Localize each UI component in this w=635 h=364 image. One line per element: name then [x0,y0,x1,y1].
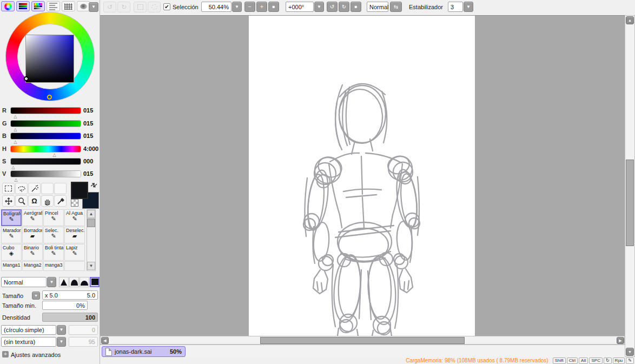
canvas-viewport[interactable] [100,15,625,336]
saturation-value-square[interactable] [25,35,74,83]
zoom-out-button[interactable]: − [244,2,255,12]
brush-aerografo[interactable]: Aerógraf✎ [22,209,43,226]
rotate-view-tool[interactable]: Ω [28,195,41,207]
invert-selection-button[interactable] [148,2,161,12]
scroll-down-button[interactable]: ▼ [626,348,634,356]
b-slider[interactable]: △ [10,133,81,140]
palette-grid-view-button[interactable] [62,1,75,11]
brush-binario[interactable]: Binario✎ [22,244,43,261]
magic-wand-tool[interactable] [28,183,41,194]
expand-plus-icon[interactable]: + [2,351,9,358]
vscrollbar-thumb[interactable] [626,160,634,246]
swatches-view-button[interactable] [47,1,60,11]
hscrollbar-thumb[interactable] [260,337,465,344]
zoom-reset-button[interactable]: ■ [268,2,279,12]
alt-key-button[interactable]: Alt [579,358,588,364]
stabilizer-value-box[interactable]: 3 [448,2,463,12]
hand-tool[interactable] [41,195,54,207]
foreground-color-swatch[interactable] [71,182,88,199]
zoom-in-button[interactable]: + [256,2,267,12]
brush-pincel[interactable]: Pincel✎ [43,209,64,226]
brush-empty-slot[interactable] [64,261,85,271]
slider-marker[interactable]: △ [14,127,17,132]
scrollbar-thumb[interactable] [87,219,95,227]
scroll-up-button[interactable]: ▲ [87,210,95,218]
texture-select[interactable]: (sin textura) [1,337,56,347]
brush-borrador[interactable]: Borrador▰ [22,227,43,243]
shift-key-button[interactable]: Shift [553,358,566,364]
rect-select-tool[interactable] [2,183,15,194]
toolbar-menu-dropdown[interactable]: ▼ [89,2,98,12]
zoom-tool[interactable] [15,195,28,207]
color-wheel-view-button[interactable] [1,1,15,11]
brush-manga3[interactable]: manga3 [43,261,64,271]
zoom-dropdown[interactable]: ▼ [232,2,242,12]
slider-marker[interactable]: △ [14,140,17,144]
space-key-button[interactable]: SPC [589,358,602,364]
rpu-toggle-button[interactable]: Rpu [613,358,625,364]
slider-marker[interactable]: △ [14,177,17,182]
size-value-box[interactable]: x 5.0 5.0 [42,290,98,300]
brush-shape-select[interactable]: (círculo simple) [1,325,56,335]
r-slider[interactable]: △ [10,107,81,114]
flip-horizontal-button[interactable]: ⇆ [390,2,402,12]
size-unit-dropdown[interactable]: ▼ [32,292,40,300]
hsv-sliders-view-button[interactable] [31,1,45,11]
rotate-ccw-button[interactable]: ↺ [327,2,338,12]
brush-shape-dropdown[interactable]: ▼ [57,325,66,335]
scroll-down-button[interactable]: ▼ [87,262,95,270]
selection-checkbox[interactable]: ✔ [163,3,170,10]
brush-cubo[interactable]: Cubo◈ [1,244,22,261]
swap-colors-icon[interactable] [90,181,98,189]
v-slider[interactable]: △ [10,170,81,177]
rgb-sliders-view-button[interactable] [16,1,30,11]
lasso-tool[interactable] [15,183,28,194]
pen-toggle-button[interactable]: ✎ [626,358,634,364]
rotation-value-box[interactable]: +000° [286,2,314,12]
brush-manga2[interactable]: Manga2 [22,261,43,271]
transparent-color-swatch[interactable] [71,199,78,207]
canvas-vscrollbar[interactable]: ▲ ▼ [625,15,635,357]
blend-mode-select[interactable]: Normal [1,277,47,287]
scroll-right-button[interactable]: ▶ [617,337,624,344]
brush-edge-round-button[interactable] [69,277,79,287]
blend-mode-dropdown[interactable]: ▼ [47,277,56,287]
sv-cursor[interactable] [24,76,29,81]
brush-boligrafo[interactable]: Bolígrafo✎ [1,209,22,226]
move-tool[interactable] [2,195,15,207]
density-slider[interactable]: 100 [42,313,98,322]
ctrl-key-button[interactable]: Ctrl [567,358,578,364]
brush-lapiz[interactable]: Lapiz✎ [64,244,85,261]
texture-dropdown[interactable]: ▼ [57,337,66,347]
brush-al-agua[interactable]: Al Agua✎ [64,209,85,226]
advanced-settings-label[interactable]: Ajustes avanzados [11,352,61,358]
zoom-value-box[interactable]: 50.44% [201,2,231,12]
clear-selection-button[interactable] [134,2,147,12]
slider-marker[interactable]: △ [11,165,15,170]
h-slider[interactable]: △ [10,145,81,153]
empty-tool-slot[interactable] [41,183,54,194]
brush-edge-square-button[interactable] [90,277,100,287]
rotate-cw-button[interactable]: ↻ [339,2,349,12]
brush-marcador[interactable]: Marador✎ [1,227,22,243]
color-wheel[interactable] [5,12,95,101]
brush-manga1[interactable]: Manga1 [1,261,22,271]
brush-edge-sharp-button[interactable] [59,277,69,287]
scroll-left-button[interactable]: ◀ [101,337,109,344]
brush-shape-strength-box[interactable]: 0 [69,325,98,335]
scroll-up-button[interactable]: ▲ [626,16,634,24]
empty-tool-slot[interactable] [54,183,67,194]
brush-edge-soft-button[interactable] [80,277,89,287]
hue-cursor[interactable] [47,95,52,100]
brush-selec[interactable]: Selec.✎ [43,227,64,243]
undo-button[interactable]: ↺ [103,2,116,12]
s-slider[interactable]: △ [10,158,81,165]
redo-button[interactable]: ↻ [117,2,130,12]
rotate-reset-button[interactable]: ■ [350,2,361,12]
brush-boli-tinta[interactable]: Boli tinta✎ [43,244,64,261]
canvas-page[interactable] [249,16,475,336]
g-slider[interactable]: △ [10,120,81,127]
canvas-hscrollbar[interactable]: ◀ ▶ [100,336,625,345]
texture-strength-box[interactable]: 95 [69,337,98,347]
brush-deselec[interactable]: Deselec.▰ [64,227,85,243]
